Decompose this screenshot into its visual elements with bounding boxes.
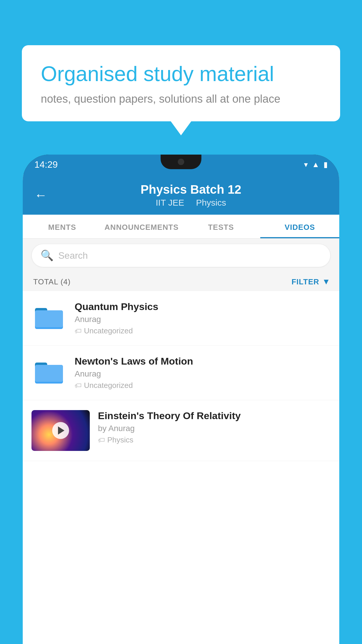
bubble-subtitle: notes, question papers, solutions all at… [41, 93, 321, 105]
search-icon: 🔍 [41, 249, 54, 262]
video-tag: 🏷 Physics [98, 435, 331, 444]
battery-icon: ▮ [324, 160, 328, 169]
tab-ments[interactable]: MENTS [23, 215, 102, 238]
video-title: Quantum Physics [75, 301, 331, 312]
tag-label: Uncategorized [84, 381, 133, 390]
list-item[interactable]: Quantum Physics Anurag 🏷 Uncategorized [23, 291, 339, 346]
tag-label: Physics [107, 435, 133, 444]
video-tag: 🏷 Uncategorized [75, 381, 331, 390]
folder-icon [34, 358, 64, 385]
tab-tests[interactable]: TESTS [182, 215, 261, 238]
status-bar: 14:29 ▾ ▲ ▮ [23, 155, 339, 174]
back-button[interactable]: ← [34, 188, 47, 202]
tabs-bar: MENTS ANNOUNCEMENTS TESTS VIDEOS [23, 215, 339, 239]
folder-icon [34, 304, 64, 330]
search-bar[interactable]: 🔍 Search [31, 244, 331, 267]
list-item[interactable]: Einstein's Theory Of Relativity by Anura… [23, 400, 339, 461]
camera [178, 159, 184, 165]
speech-bubble: Organised study material notes, question… [22, 45, 340, 121]
video-author: Anurag [75, 315, 331, 324]
phone-frame: 14:29 ▾ ▲ ▮ ← Physics Batch 12 IIT JEE P… [23, 155, 339, 644]
video-info: Newton's Laws of Motion Anurag 🏷 Uncateg… [75, 356, 331, 390]
notch [161, 155, 201, 169]
play-button[interactable] [52, 422, 69, 439]
tag-label: Uncategorized [84, 326, 133, 335]
tag-icon: 🏷 [98, 436, 105, 444]
video-info: Quantum Physics Anurag 🏷 Uncategorized [75, 301, 331, 335]
header-subtitle: IIT JEE Physics [54, 198, 328, 208]
tag-icon: 🏷 [75, 382, 82, 390]
total-count: TOTAL (4) [33, 277, 71, 286]
search-container: 🔍 Search [23, 239, 339, 272]
filter-label: FILTER [291, 277, 319, 286]
video-title: Einstein's Theory Of Relativity [98, 410, 331, 421]
search-placeholder: Search [58, 250, 88, 261]
signal-icon: ▲ [312, 160, 319, 169]
folder-thumbnail [31, 356, 66, 388]
video-list: Quantum Physics Anurag 🏷 Uncategorized [23, 291, 339, 461]
list-item[interactable]: Newton's Laws of Motion Anurag 🏷 Uncateg… [23, 346, 339, 400]
subtitle-part2: Physics [196, 198, 226, 207]
tag-icon: 🏷 [75, 327, 82, 335]
wifi-icon: ▾ [304, 160, 308, 169]
bubble-title: Organised study material [41, 61, 321, 86]
header-title: Physics Batch 12 [54, 183, 328, 197]
app-header: ← Physics Batch 12 IIT JEE Physics [23, 174, 339, 215]
app-screen: ← Physics Batch 12 IIT JEE Physics MENTS… [23, 174, 339, 644]
filter-bar: TOTAL (4) FILTER ▼ [23, 272, 339, 291]
subtitle-part1: IIT JEE [156, 198, 184, 207]
video-author: Anurag [75, 369, 331, 379]
status-icons: ▾ ▲ ▮ [304, 160, 328, 169]
svg-rect-5 [35, 365, 63, 382]
play-icon [58, 426, 64, 435]
video-title: Newton's Laws of Motion [75, 356, 331, 367]
tab-announcements[interactable]: ANNOUNCEMENTS [102, 215, 182, 238]
filter-icon: ▼ [322, 277, 331, 286]
header-title-group: Physics Batch 12 IIT JEE Physics [54, 183, 328, 208]
video-thumbnail [31, 410, 90, 451]
status-time: 14:29 [34, 159, 58, 170]
folder-thumbnail [31, 301, 66, 333]
video-info: Einstein's Theory Of Relativity by Anura… [98, 410, 331, 444]
filter-button[interactable]: FILTER ▼ [291, 277, 331, 286]
video-author: by Anurag [98, 424, 331, 433]
svg-rect-2 [35, 310, 63, 327]
video-tag: 🏷 Uncategorized [75, 326, 331, 335]
tab-videos[interactable]: VIDEOS [260, 215, 339, 238]
